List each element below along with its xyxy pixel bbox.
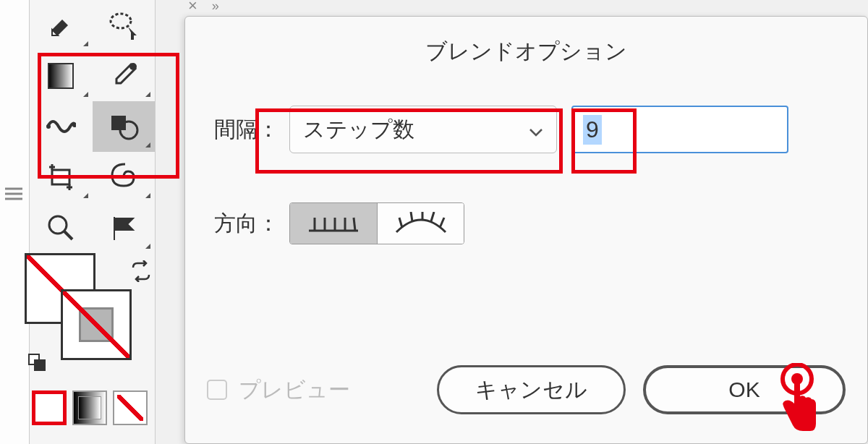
spacing-label: 間隔： xyxy=(207,115,279,145)
eyedropper-tool[interactable] xyxy=(93,51,156,101)
svg-rect-18 xyxy=(35,360,45,370)
ok-button[interactable]: OK xyxy=(643,365,846,414)
dialog-title: ブレンドオプション xyxy=(185,17,867,95)
svg-point-6 xyxy=(46,124,51,129)
svg-line-16 xyxy=(64,231,72,239)
panel-menu-icon[interactable] xyxy=(4,187,24,204)
spacing-value-input[interactable]: 9 xyxy=(571,106,788,153)
tools-panel xyxy=(29,0,156,444)
gradient-tool[interactable] xyxy=(30,51,93,101)
color-mode-swatches xyxy=(32,390,148,425)
swap-fill-stroke-icon[interactable] xyxy=(130,260,152,285)
svg-point-5 xyxy=(129,63,137,70)
svg-point-3 xyxy=(111,14,131,28)
color-mode-none[interactable] xyxy=(113,390,148,425)
color-mode-solid[interactable] xyxy=(32,390,67,425)
direction-align-to-path[interactable] xyxy=(377,203,464,244)
spacing-dropdown-value: ステップ数 xyxy=(303,115,414,145)
zoom-tool[interactable] xyxy=(30,202,93,253)
color-mode-gradient[interactable] xyxy=(72,390,107,425)
blend-options-dialog: ブレンドオプション 間隔： ステップ数 9 方向： プレビュー xyxy=(184,16,868,444)
app-left-strip xyxy=(0,0,29,444)
flag-tool[interactable] xyxy=(93,202,156,253)
preview-checkbox[interactable] xyxy=(207,380,227,400)
svg-point-15 xyxy=(49,216,67,234)
svg-line-25 xyxy=(399,218,402,228)
preview-label: プレビュー xyxy=(239,375,350,405)
cancel-button[interactable]: キャンセル xyxy=(437,365,626,414)
document-tab-bar: × » xyxy=(188,0,219,15)
shape-builder-tool[interactable] xyxy=(93,101,156,152)
tab-overflow-icon[interactable]: » xyxy=(212,0,219,14)
svg-line-29 xyxy=(440,218,444,228)
spacing-value-text: 9 xyxy=(583,115,602,145)
stroke-swatch[interactable] xyxy=(61,289,132,360)
chevron-down-icon xyxy=(529,117,543,142)
svg-rect-10 xyxy=(52,170,69,184)
tab-close-icon[interactable]: × xyxy=(188,0,197,15)
direction-label: 方向： xyxy=(207,209,279,239)
spacing-dropdown[interactable]: ステップ数 xyxy=(289,106,557,153)
lasso-select-tool[interactable] xyxy=(93,0,156,51)
default-fill-stroke-icon[interactable] xyxy=(27,353,46,375)
svg-line-26 xyxy=(411,212,412,221)
direction-align-to-page[interactable] xyxy=(290,203,377,244)
blend-tool[interactable] xyxy=(30,101,93,152)
eraser-tool[interactable] xyxy=(30,0,93,51)
svg-line-24 xyxy=(354,218,355,231)
svg-rect-4 xyxy=(48,64,73,88)
artboard-tool[interactable] xyxy=(30,152,93,202)
preview-checkbox-group[interactable]: プレビュー xyxy=(207,375,350,405)
direction-toggle-group xyxy=(289,202,464,244)
spiral-tool[interactable] xyxy=(93,152,156,202)
svg-line-28 xyxy=(431,212,434,221)
